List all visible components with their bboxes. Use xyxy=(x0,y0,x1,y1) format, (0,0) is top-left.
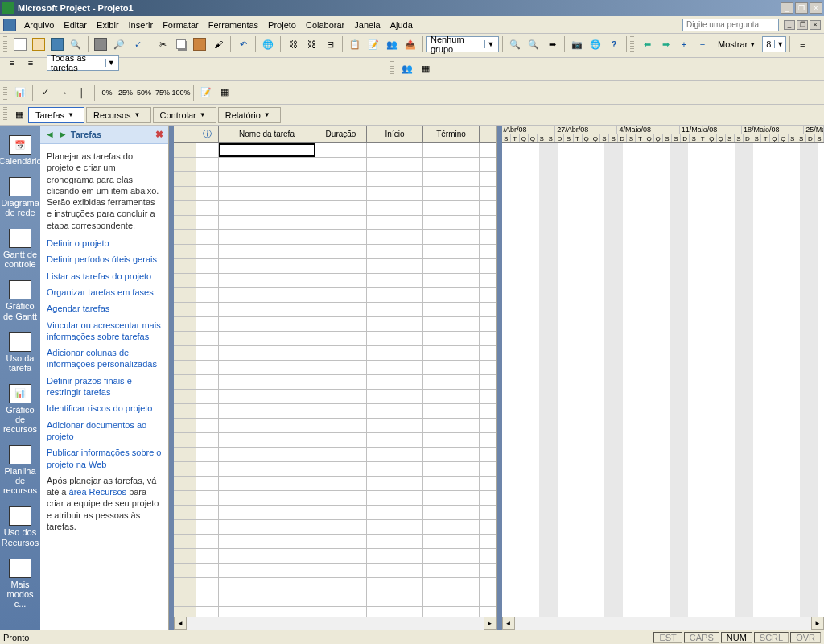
gantt-day-header[interactable]: Q xyxy=(770,134,779,142)
table-row[interactable] xyxy=(174,535,496,549)
task-notes-button[interactable]: 📝 xyxy=(365,35,382,53)
gantt-day-header[interactable]: T xyxy=(636,134,645,142)
gantt-day-header[interactable]: S xyxy=(538,134,546,142)
guide-link[interactable]: Publicar informações sobre o projeto na … xyxy=(47,447,162,470)
table-row[interactable] xyxy=(174,216,496,230)
gantt-day-header[interactable]: D xyxy=(555,134,564,142)
table-row[interactable] xyxy=(174,143,496,158)
guide-close-button[interactable]: ✖ xyxy=(155,129,163,140)
gantt-day-header[interactable]: S xyxy=(690,134,698,142)
gantt-day-header[interactable]: Q xyxy=(645,134,654,142)
table-row[interactable] xyxy=(174,201,496,216)
gantt-day-header[interactable]: S xyxy=(789,134,797,142)
reschedule-work-button[interactable]: → xyxy=(55,84,72,101)
gantt-week-header[interactable]: 27/Abr/08 xyxy=(555,126,617,134)
toolbar-grip[interactable] xyxy=(3,85,7,101)
spelling-button[interactable]: ✓ xyxy=(129,35,146,53)
mdi-restore-button[interactable]: ❐ xyxy=(797,20,808,30)
unlink-tasks-button[interactable]: ⛓ xyxy=(303,35,320,53)
scroll-right-button[interactable]: ► xyxy=(811,617,824,630)
tab-tarefas[interactable]: Tarefas▼ xyxy=(28,107,84,123)
outdent-button[interactable]: ⬅ xyxy=(638,35,656,53)
gantt-day-header[interactable]: Q xyxy=(520,134,529,142)
gantt-day-header[interactable]: Q xyxy=(654,134,663,142)
gantt-day-header[interactable]: S xyxy=(663,134,672,142)
gantt-day-header[interactable]: S xyxy=(627,134,636,142)
grid-rows[interactable] xyxy=(174,143,496,617)
table-row[interactable] xyxy=(174,332,496,346)
align-center-button[interactable]: ≡ xyxy=(3,54,21,72)
table-row[interactable] xyxy=(174,274,496,288)
table-row[interactable] xyxy=(174,158,496,172)
publish-button[interactable]: 📤 xyxy=(402,35,419,53)
office-online-button[interactable]: 🌐 xyxy=(587,35,604,53)
pct-25-button[interactable]: 25% xyxy=(117,84,134,101)
guide-link[interactable]: Definir períodos úteis gerais xyxy=(47,254,162,265)
show-outline-button[interactable]: Mostrar▼ xyxy=(712,35,761,53)
gantt-day-header[interactable]: S xyxy=(672,134,681,142)
back-icon[interactable]: ◄ xyxy=(45,129,55,140)
menu-inserir[interactable]: Inserir xyxy=(124,19,159,31)
table-row[interactable] xyxy=(174,187,496,201)
guide-link[interactable]: Organizar tarefas em fases xyxy=(47,287,162,298)
grid-hscrollbar[interactable]: ◄ ► xyxy=(174,617,496,630)
close-button[interactable]: × xyxy=(810,2,822,14)
col-info[interactable]: ⓘ xyxy=(196,126,219,142)
hyperlink-button[interactable]: 🌐 xyxy=(259,35,277,53)
viewbar-uso-recursos[interactable]: ▤Uso dos Recursos xyxy=(0,503,40,550)
table-row[interactable] xyxy=(174,592,496,607)
filter-combo[interactable]: Todas as tarefas▼ xyxy=(47,55,119,71)
toolbar-grip[interactable] xyxy=(3,36,7,52)
scroll-track[interactable] xyxy=(515,617,812,630)
guide-link[interactable]: Listar as tarefas do projeto xyxy=(47,270,162,282)
viewbar-planilha-recursos[interactable]: ▦Planilha de recursos xyxy=(0,442,40,498)
gantt-day-header[interactable]: S xyxy=(502,134,511,142)
scroll-track[interactable] xyxy=(187,617,484,630)
gantt-day-header[interactable]: S xyxy=(815,134,824,142)
gantt-day-header[interactable]: S xyxy=(726,134,735,142)
table-row[interactable] xyxy=(174,520,496,535)
zoom-out-button[interactable]: 🔍 xyxy=(525,35,542,53)
split-task-button[interactable]: ⊟ xyxy=(321,35,339,53)
gantt-day-header[interactable]: T xyxy=(511,134,520,142)
table-row[interactable] xyxy=(174,361,496,375)
gantt-day-header[interactable]: D xyxy=(618,134,627,142)
scroll-left-button[interactable]: ◄ xyxy=(502,617,515,630)
table-row[interactable] xyxy=(174,491,496,506)
guide-area-recursos-link[interactable]: área Recursos xyxy=(69,487,127,497)
show-subtasks-button[interactable]: + xyxy=(675,35,693,53)
viewbar-calendario[interactable]: 📅Calendário xyxy=(0,132,43,169)
scroll-left-button[interactable]: ◄ xyxy=(174,617,187,630)
pct-0-button[interactable]: 0% xyxy=(98,84,116,101)
col-duration[interactable]: Duração xyxy=(315,126,367,142)
tab-relatorio[interactable]: Relatório▼ xyxy=(218,107,281,123)
gantt-day-header[interactable]: S xyxy=(600,134,609,142)
gantt-day-header[interactable]: S xyxy=(735,134,744,142)
gantt-day-header[interactable]: Q xyxy=(717,134,726,142)
gantt-day-header[interactable]: S xyxy=(609,134,618,142)
indent-button[interactable]: ➡ xyxy=(657,35,674,53)
viewbar-grafico-gantt[interactable]: ▬Gráfico de Gantt xyxy=(0,277,40,324)
gantt-week-header[interactable]: 18/Maio/08 xyxy=(742,126,804,134)
assign-resources-button[interactable]: 👥 xyxy=(383,35,401,53)
table-row[interactable] xyxy=(174,172,496,187)
table-row[interactable] xyxy=(174,390,496,404)
scroll-right-button[interactable]: ► xyxy=(484,617,496,630)
table-row[interactable] xyxy=(174,303,496,317)
group-combo[interactable]: Nenhum grupo▼ xyxy=(426,36,499,52)
mdi-minimize-button[interactable]: _ xyxy=(784,20,795,30)
gantt-week-header[interactable]: 4/Maio/08 xyxy=(617,126,679,134)
viewbar-mais-modos[interactable]: ⋯Mais modos c... xyxy=(0,555,40,612)
guide-link[interactable]: Agendar tarefas xyxy=(47,303,162,314)
gantt-day-header[interactable]: T xyxy=(761,134,770,142)
guide-link[interactable]: Definir prazos finais e restringir taref… xyxy=(47,375,162,398)
table-row[interactable] xyxy=(174,549,496,564)
gantt-day-header[interactable]: S xyxy=(752,134,761,142)
paste-button[interactable] xyxy=(191,35,208,53)
format-painter-button[interactable]: 🖌 xyxy=(209,35,227,53)
table-row[interactable] xyxy=(174,230,496,245)
gantt-body[interactable] xyxy=(502,143,825,617)
link-tasks-button[interactable]: ⛓ xyxy=(284,35,302,53)
gantt-day-header[interactable]: Q xyxy=(529,134,538,142)
menu-ferramentas[interactable]: Ferramentas xyxy=(204,19,263,31)
